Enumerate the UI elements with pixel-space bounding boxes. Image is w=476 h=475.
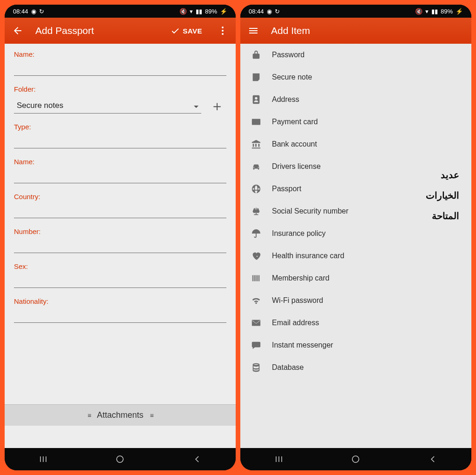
folder-select[interactable] [14, 98, 201, 114]
item-label: Instant messenger [272, 341, 333, 349]
name-input[interactable] [14, 60, 226, 76]
status-icon-charging: ⚡ [456, 8, 463, 15]
nav-back-button[interactable] [183, 451, 211, 468]
app-bar: Add Passport SAVE [5, 18, 236, 44]
status-bar: 08:44 ◉ ↻ 🔇 ▾ ▮▮ 89% ⚡ [5, 5, 236, 18]
status-icon-rec: ◉ [31, 8, 36, 15]
status-icon-wifi: ▾ [425, 8, 429, 15]
item-label: Health insurance card [272, 252, 344, 260]
add-folder-button[interactable]: ＋ [208, 97, 226, 115]
database-icon [251, 362, 262, 373]
item-label: Email address [272, 319, 319, 327]
bank-icon [251, 139, 262, 150]
item-label: Social Security number [272, 207, 349, 215]
status-icon-signal: ▮▮ [431, 8, 438, 15]
sex-input[interactable] [14, 272, 226, 288]
status-icon-signal: ▮▮ [196, 8, 202, 15]
item-label: Insurance policy [272, 229, 326, 238]
item-health-insurance-card[interactable]: Health insurance card [240, 245, 471, 267]
umbrella-icon [251, 228, 262, 239]
nav-recent-button[interactable] [29, 451, 57, 468]
page-title: Add Passport [35, 25, 159, 36]
scale-icon [251, 206, 262, 217]
item-wi-fi-password[interactable]: Wi-Fi password [240, 289, 471, 312]
nationality-input[interactable] [14, 307, 226, 323]
svg-point-3 [117, 456, 123, 462]
page-title: Add Item [271, 25, 468, 36]
status-icon-rec: ◉ [267, 8, 272, 15]
save-label: SAVE [183, 27, 202, 35]
annotation-text: عديدالخياراتالمتاحة [426, 165, 459, 226]
country-input[interactable] [14, 202, 226, 218]
chevron-down-icon [194, 106, 198, 108]
nav-recent-button[interactable] [265, 451, 293, 468]
status-icon-sync: ↻ [275, 8, 280, 15]
status-icon-charging: ⚡ [220, 8, 227, 15]
item-address[interactable]: Address [240, 88, 471, 111]
barcode-icon [251, 273, 262, 284]
status-bar: 08:44 ◉ ↻ 🔇 ▾ ▮▮ 89% ⚡ [240, 5, 471, 18]
item-label: Database [272, 363, 304, 372]
phone-right: 08:44 ◉ ↻ 🔇 ▾ ▮▮ 89% ⚡ Add Item Password… [240, 5, 471, 470]
item-membership-card[interactable]: Membership card [240, 267, 471, 289]
item-payment-card[interactable]: Payment card [240, 111, 471, 133]
item-bank-account[interactable]: Bank account [240, 133, 471, 155]
envelope-icon [251, 317, 262, 328]
nav-back-button[interactable] [419, 451, 447, 468]
status-time: 08:44 [249, 8, 264, 15]
lines-icon: ≡ [150, 412, 153, 419]
wifi-icon [251, 295, 262, 306]
folder-value[interactable] [14, 98, 201, 114]
sex-label: Sex: [14, 262, 226, 270]
attachments-label: Attachments [97, 410, 143, 420]
status-icon-mute: 🔇 [179, 8, 187, 15]
number-label: Number: [14, 227, 226, 235]
heartbeat-icon [251, 250, 262, 261]
name2-label: Name: [14, 158, 226, 166]
form-content: Name: Folder: ＋ Type: Name: [5, 44, 236, 448]
item-instant-messenger[interactable]: Instant messenger [240, 334, 471, 356]
item-label: Address [272, 95, 299, 104]
overflow-menu-button[interactable] [213, 21, 232, 40]
item-secure-note[interactable]: Secure note [240, 66, 471, 88]
attachments-button[interactable]: ≡ Attachments ≡ [5, 404, 236, 426]
nationality-label: Nationality: [14, 297, 226, 305]
status-battery: 89% [441, 8, 453, 15]
name2-input[interactable] [14, 167, 226, 183]
nav-home-button[interactable] [106, 451, 134, 468]
status-battery: 89% [205, 8, 217, 15]
chat-icon [251, 340, 262, 351]
item-password[interactable]: Password [240, 44, 471, 66]
item-label: Membership card [272, 274, 330, 282]
car-icon [251, 161, 262, 172]
back-button[interactable] [8, 21, 27, 40]
nav-bar [5, 448, 236, 470]
item-label: Bank account [272, 140, 317, 148]
lines-icon: ≡ [87, 412, 90, 419]
name-label: Name: [14, 50, 226, 58]
number-input[interactable] [14, 237, 226, 253]
folder-label: Folder: [14, 85, 226, 93]
type-input[interactable] [14, 133, 226, 148]
svg-point-7 [352, 456, 359, 462]
save-button[interactable]: SAVE [166, 26, 207, 35]
credit-card-icon [251, 116, 262, 127]
country-label: Country: [14, 193, 226, 201]
item-label: Wi-Fi password [272, 296, 323, 305]
nav-home-button[interactable] [342, 451, 370, 468]
status-time: 08:44 [13, 8, 28, 15]
status-icon-mute: 🔇 [415, 8, 423, 15]
address-book-icon [251, 94, 262, 105]
item-label: Drivers license [272, 162, 321, 171]
item-list-content: PasswordSecure noteAddressPayment cardBa… [240, 44, 471, 448]
item-database[interactable]: Database [240, 356, 471, 379]
hamburger-menu-button[interactable] [244, 21, 263, 40]
status-icon-wifi: ▾ [190, 8, 193, 15]
lock-icon [251, 49, 262, 60]
note-icon [251, 72, 262, 83]
item-label: Secure note [272, 73, 312, 81]
item-email-address[interactable]: Email address [240, 312, 471, 334]
type-label: Type: [14, 123, 226, 131]
nav-bar [240, 448, 471, 470]
item-label: Passport [272, 185, 301, 193]
